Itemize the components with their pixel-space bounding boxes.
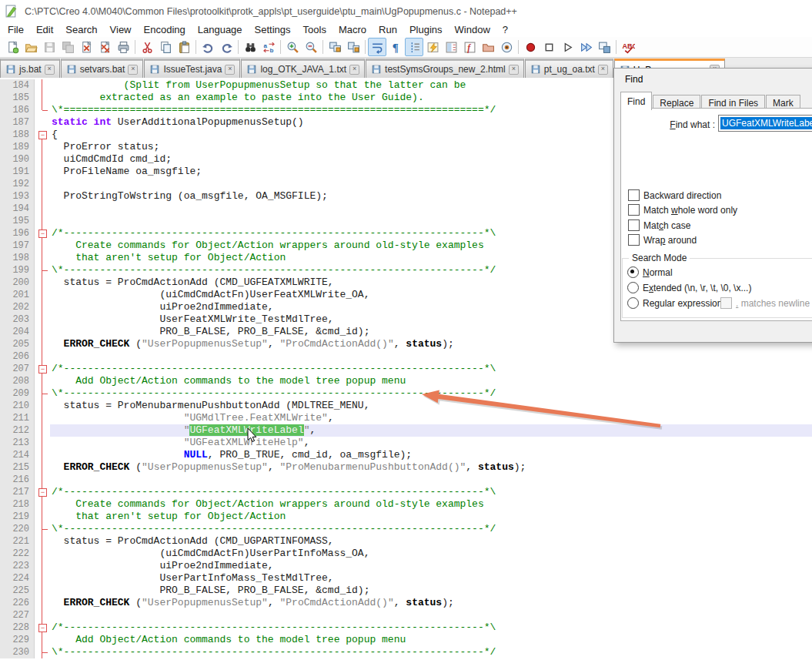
fold-margin[interactable]: − [35, 363, 50, 375]
find-what-input[interactable]: UGFeatXMLWriteLabel [718, 115, 812, 132]
open-folder-button[interactable] [22, 38, 40, 56]
menu-item-file[interactable]: File [2, 22, 30, 37]
zoom-out-button[interactable] [302, 38, 320, 56]
fold-collapse-icon[interactable]: − [38, 624, 47, 632]
radio-normal[interactable]: Normal [627, 266, 673, 278]
line-number: 201 [0, 289, 35, 301]
close-all-button[interactable] [95, 38, 114, 56]
fold-margin [35, 572, 50, 585]
line-number: 218 [0, 498, 35, 511]
word-wrap-button[interactable] [368, 38, 386, 56]
indent-guide-button[interactable] [405, 38, 423, 56]
sync-scroll-horizontal-button[interactable] [344, 38, 363, 56]
paste-button[interactable] [175, 38, 193, 56]
menu-item-tools[interactable]: Tools [297, 22, 332, 37]
macro-save-button[interactable] [595, 38, 613, 56]
radio-button[interactable] [627, 297, 639, 309]
menu-item-encoding[interactable]: Encoding [138, 22, 192, 37]
menu-item-?[interactable]: ? [496, 22, 514, 37]
spell-check-abc-button[interactable]: ABC [619, 38, 637, 56]
code-line-210: 210 status = ProMenubarmenuPushbuttonAdd… [0, 400, 812, 412]
sync-scroll-vertical-button[interactable] [326, 38, 344, 56]
function-list-button[interactable]: f [460, 38, 479, 56]
print-button[interactable] [114, 38, 132, 56]
macro-play-button[interactable] [558, 38, 576, 56]
user-defined-language-button[interactable] [423, 38, 442, 56]
show-all-characters-button[interactable]: ¶ [386, 38, 405, 56]
tab-close-icon[interactable]: × [509, 65, 519, 75]
fold-margin [35, 178, 50, 190]
tab-close-icon[interactable]: × [45, 65, 55, 75]
document-map-button[interactable] [442, 38, 460, 56]
checkbox-box[interactable] [628, 234, 640, 246]
fold-margin [35, 116, 50, 129]
tab-setvars-bat[interactable]: setvars.bat× [61, 59, 144, 78]
fold-margin[interactable]: − [35, 227, 50, 240]
tab-close-icon[interactable]: × [128, 65, 138, 75]
macro-run-multiple-button[interactable] [576, 38, 595, 56]
fold-margin [35, 350, 50, 363]
checkbox-match-whole-word-only[interactable]: Match whole word only [628, 204, 737, 216]
tab-log-otk-java-1-txt[interactable]: log_OTK_JAVA_1.txt× [241, 59, 365, 78]
menu-item-macro[interactable]: Macro [332, 22, 373, 37]
tab-close-icon[interactable]: × [598, 65, 608, 75]
menu-item-language[interactable]: Language [192, 22, 249, 37]
fold-collapse-icon[interactable]: − [38, 229, 47, 238]
fold-margin[interactable]: − [35, 129, 50, 141]
folder-as-workspace-button[interactable] [479, 38, 497, 56]
find-dialog-tab-find[interactable]: Find [620, 92, 652, 110]
tab-testsymsgroups-new-2-html[interactable]: testSymsGroups_new_2.html× [366, 59, 524, 78]
fold-collapse-icon[interactable]: − [38, 365, 47, 374]
checkbox-box[interactable] [628, 189, 640, 201]
menu-item-edit[interactable]: Edit [30, 22, 59, 37]
fold-margin [35, 375, 50, 387]
cut-button[interactable] [138, 38, 156, 56]
checkbox-box[interactable] [628, 204, 640, 216]
new-file-button[interactable] [3, 38, 22, 56]
code-line-223: 223 uiProe2ndImmediate, [0, 560, 812, 572]
macro-run-multiple-icon [580, 41, 593, 54]
menu-item-view[interactable]: View [104, 22, 138, 37]
menu-item-settings[interactable]: Settings [249, 22, 297, 37]
checkbox-box[interactable] [628, 219, 640, 231]
tab-pt-ug-oa-txt[interactable]: pt_ug_oa.txt× [525, 59, 613, 78]
saved-file-icon [371, 64, 382, 75]
redo-button[interactable] [217, 38, 236, 56]
replace-button[interactable]: ab [259, 38, 278, 56]
checkbox-wrap-around[interactable]: Wrap around [628, 234, 697, 246]
svg-text:b: b [269, 47, 273, 54]
radio-button[interactable] [627, 282, 639, 293]
tab-close-icon[interactable]: × [225, 65, 235, 75]
save-all-button[interactable] [58, 38, 77, 56]
monitoring-button[interactable] [497, 38, 516, 56]
find-button[interactable] [241, 38, 259, 56]
code-text: status = ProCmdActionAdd (CMD_UGPARTINFO… [50, 535, 812, 548]
menu-item-search[interactable]: Search [59, 22, 103, 37]
checkbox-match-case[interactable]: Match case [628, 219, 690, 231]
undo-button[interactable] [199, 38, 217, 56]
fold-margin[interactable]: − [35, 621, 50, 634]
copy-button[interactable] [156, 38, 175, 56]
fold-margin[interactable]: − [35, 486, 50, 498]
line-number: 229 [0, 634, 35, 646]
radio-extended-n-r-t-0-x-[interactable]: Extended (\n, \r, \t, \0, \x...) [627, 282, 751, 293]
tab-issuetest-java[interactable]: IssueTest.java× [144, 59, 240, 78]
line-number: 186 [0, 104, 35, 116]
menu-item-window[interactable]: Window [449, 22, 496, 37]
fold-collapse-icon[interactable]: − [38, 488, 47, 497]
zoom-in-button[interactable] [283, 38, 302, 56]
menu-item-plugins[interactable]: Plugins [403, 22, 449, 37]
save-icon [43, 41, 56, 54]
macro-record-button[interactable] [521, 38, 540, 56]
save-button[interactable] [40, 38, 58, 56]
macro-stop-button[interactable] [540, 38, 558, 56]
menu-item-run[interactable]: Run [373, 22, 403, 37]
tab-close-icon[interactable]: × [349, 65, 359, 75]
radio-button[interactable] [627, 266, 639, 278]
checkbox-backward-direction[interactable]: Backward direction [628, 189, 721, 201]
close-button[interactable] [77, 38, 95, 56]
radio-regular-expression[interactable]: Regular expression [627, 297, 722, 309]
saved-file-icon [530, 64, 541, 75]
tab-js-bat[interactable]: js.bat× [0, 59, 60, 78]
fold-collapse-icon[interactable]: − [38, 131, 47, 139]
